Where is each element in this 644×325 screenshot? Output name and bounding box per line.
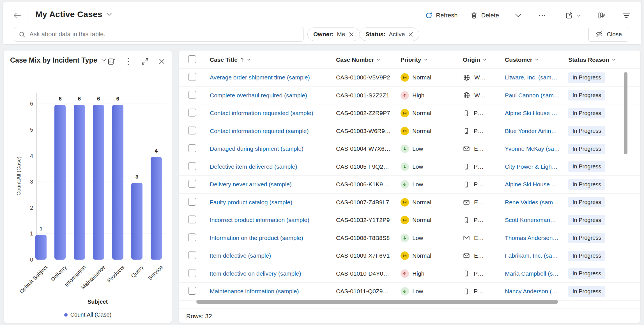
close-ask-data-button[interactable]: Close <box>588 27 628 42</box>
case-title-link[interactable]: Complete overhaul required (sample) <box>210 92 307 99</box>
row-checkbox[interactable] <box>188 144 196 152</box>
row-checkbox[interactable] <box>188 287 196 295</box>
chart-plot: Count:All (Case) Subject Count:All (Case… <box>4 51 172 323</box>
refresh-icon <box>425 12 433 19</box>
column-header-origin[interactable]: Origin <box>463 56 505 63</box>
table-row[interactable]: Delivery never arrived (sample)CAS-01006… <box>179 176 640 194</box>
row-checkbox[interactable] <box>188 109 196 116</box>
case-title-link[interactable]: Incorrect product information (sample) <box>210 217 309 223</box>
bar-maintenance[interactable] <box>93 105 104 260</box>
close-icon[interactable] <box>349 32 354 37</box>
case-number: CAS-01008-T8B8S8 <box>336 235 401 241</box>
row-checkbox[interactable] <box>188 198 196 206</box>
bar-query[interactable] <box>131 183 142 260</box>
column-header-case-number[interactable]: Case Number <box>336 56 401 63</box>
column-header-status-reason[interactable]: Status Reason <box>568 56 640 63</box>
status-reason-badge: In Progress <box>568 233 605 243</box>
case-number: CAS-01007-Z4B9L7 <box>336 199 401 206</box>
table-row[interactable]: Contact information required (sample)CAS… <box>179 122 640 140</box>
origin-label: P… <box>474 217 484 223</box>
case-title-link[interactable]: Defective item delivered (sample) <box>210 163 297 170</box>
customer-link[interactable]: Maria Campbell (s… <box>505 270 558 277</box>
row-checkbox[interactable] <box>188 216 196 223</box>
case-title-link[interactable]: Average order shipment time (sample) <box>210 74 310 81</box>
table-row[interactable]: Defective item delivered (sample)CAS-010… <box>179 158 640 176</box>
share-button[interactable] <box>562 10 583 21</box>
horizontal-scrollbar[interactable] <box>196 300 558 304</box>
table-row[interactable]: Item defective (sample)CAS-01009-X7F6V1N… <box>179 247 640 265</box>
edit-columns-icon <box>597 12 605 19</box>
case-title-link[interactable]: Faulty product catalog (sample) <box>210 199 292 205</box>
priority-label: High <box>412 92 424 99</box>
table-row[interactable]: Faulty product catalog (sample)CAS-01007… <box>179 194 640 212</box>
customer-link[interactable]: Blue Yonder Airlin… <box>505 128 557 134</box>
case-title-link[interactable]: Item defective (sample) <box>210 252 271 259</box>
priority-label: Low <box>412 181 423 188</box>
search-input[interactable] <box>29 30 299 38</box>
customer-link[interactable]: City Power & Ligh… <box>505 163 558 170</box>
filter-chip-owner[interactable]: Owner: Me <box>307 28 360 41</box>
delete-button[interactable]: Delete <box>468 10 502 21</box>
table-row[interactable]: Complete overhaul required (sample)CAS-0… <box>179 87 640 105</box>
customer-link[interactable]: Alpine Ski House … <box>505 181 557 187</box>
row-checkbox[interactable] <box>188 180 196 188</box>
bar-products[interactable] <box>112 105 123 260</box>
customer-link[interactable]: Scott Konersman… <box>505 217 556 223</box>
case-title-link[interactable]: Contact information requested (sample) <box>210 110 313 116</box>
select-all-checkbox[interactable] <box>188 55 196 63</box>
case-title-link[interactable]: Damaged during shipment (sample) <box>210 145 303 152</box>
filter-chip-status[interactable]: Status: Active <box>360 28 419 41</box>
table-row[interactable]: Maintenance information (sample)CAS-0101… <box>179 283 640 301</box>
row-checkbox[interactable] <box>188 234 196 241</box>
overflow-button[interactable] <box>536 13 549 18</box>
customer-link[interactable]: Nancy Anderson (… <box>505 288 558 294</box>
case-number: CAS-01032-Y1T2P9 <box>336 217 401 223</box>
row-checkbox[interactable] <box>188 251 196 259</box>
close-icon[interactable] <box>408 32 413 37</box>
table-row[interactable]: Contact information requested (sample)CA… <box>179 104 640 122</box>
case-title-link[interactable]: Delivery never arrived (sample) <box>210 181 292 187</box>
bar-default-subject[interactable] <box>35 235 47 260</box>
row-checkbox[interactable] <box>188 73 196 81</box>
customer-link[interactable]: Alpine Ski House … <box>505 110 557 116</box>
priority-label: Low <box>412 145 423 152</box>
filter-button[interactable] <box>619 10 633 21</box>
customer-link[interactable]: Litware, Inc. (sam… <box>505 74 557 81</box>
view-selector[interactable]: My Active Cases <box>35 10 112 19</box>
customer-link[interactable]: Yvonne McKay (sa… <box>505 145 560 152</box>
row-checkbox[interactable] <box>188 269 196 277</box>
case-number: CAS-01000-V5V9P2 <box>336 74 401 81</box>
customer-link[interactable]: Paul Cannon (sam… <box>505 92 560 99</box>
edit-columns-button[interactable] <box>595 10 608 21</box>
column-header-priority[interactable]: Priority <box>401 56 463 63</box>
column-header-case-title[interactable]: Case Title <box>210 56 336 63</box>
table-row[interactable]: Average order shipment time (sample)CAS-… <box>179 69 640 87</box>
table-row[interactable]: Incorrect product information (sample)CA… <box>179 211 640 229</box>
priority-normal-icon <box>403 218 407 223</box>
case-title-link[interactable]: Information on the product (sample) <box>210 235 303 241</box>
case-title-link[interactable]: Item defective on delivery (sample) <box>210 270 301 277</box>
priority-high-icon <box>402 93 407 98</box>
bar-service[interactable] <box>151 157 162 260</box>
customer-link[interactable]: Fabrikam, Inc. (sa… <box>505 252 558 259</box>
table-row[interactable]: Item defective on delivery (sample)CAS-0… <box>179 265 640 283</box>
bar-information[interactable] <box>74 105 85 260</box>
row-checkbox[interactable] <box>188 127 196 134</box>
vertical-scrollbar[interactable] <box>624 72 627 154</box>
phone-icon <box>463 163 470 170</box>
bar-delivery[interactable] <box>54 105 66 260</box>
customer-link[interactable]: Rene Valdes (sam… <box>505 199 559 205</box>
gridline <box>36 260 166 260</box>
customer-link[interactable]: Thomas Andersen… <box>505 235 558 241</box>
table-row[interactable]: Information on the product (sample)CAS-0… <box>179 229 640 247</box>
case-title-link[interactable]: Maintenance information (sample) <box>210 288 299 294</box>
refresh-button[interactable]: Refresh <box>422 10 460 21</box>
row-checkbox[interactable] <box>188 91 196 99</box>
case-title-link[interactable]: Contact information required (sample) <box>210 128 309 134</box>
table-row[interactable]: Damaged during shipment (sample)CAS-0100… <box>179 140 640 158</box>
ask-data-searchbox[interactable] <box>14 27 303 42</box>
more-commands-button[interactable] <box>512 12 525 19</box>
column-header-customer[interactable]: Customer <box>505 56 568 63</box>
row-checkbox[interactable] <box>188 162 196 170</box>
back-button[interactable] <box>11 10 23 21</box>
